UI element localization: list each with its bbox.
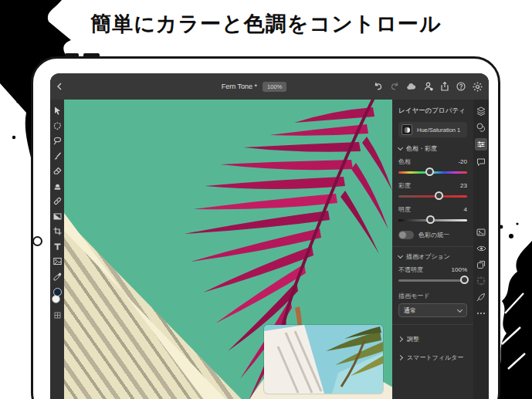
section-label: スマートフィルター [407, 353, 463, 362]
move-tool-icon[interactable] [53, 106, 63, 116]
adjustment-layer-thumbnail [402, 124, 412, 135]
panel-title: レイヤーのプロパティ [398, 107, 467, 116]
opacity-slider-knob[interactable] [460, 276, 469, 284]
clone-stamp-tool-icon[interactable] [53, 181, 63, 191]
blend-mode-label: 描画モード [398, 292, 429, 300]
saturation-slider-knob[interactable] [435, 191, 443, 200]
adjustments-icon[interactable] [476, 122, 486, 132]
settings-gear-icon[interactable] [473, 82, 483, 92]
divider [392, 324, 473, 325]
lightness-value: 4 [464, 206, 467, 213]
colorize-toggle[interactable] [398, 231, 414, 239]
gradient-tool-icon[interactable] [53, 211, 63, 221]
hue-label: 色相 [398, 157, 411, 166]
front-camera [32, 236, 42, 246]
layer-name: Hue/Saturation 1 [417, 127, 460, 134]
layers-icon[interactable] [476, 106, 486, 116]
zoom-level-badge[interactable]: 100% [263, 82, 286, 92]
cloud-sync-icon[interactable] [406, 83, 417, 91]
photoshop-app: Fern Tone * 100% [50, 73, 489, 399]
lightness-label: 明度 [398, 205, 411, 214]
task-strip [473, 100, 489, 399]
app-topbar: Fern Tone * 100% [50, 73, 489, 100]
document-title: Fern Tone * [222, 83, 257, 90]
color-chips [52, 288, 63, 305]
properties-icon[interactable] [475, 138, 487, 150]
toolbar-options-icon[interactable] [53, 310, 63, 320]
canvas[interactable] [64, 100, 392, 399]
reference-photo [264, 325, 383, 394]
section-adjustments[interactable]: 調整 [398, 335, 467, 343]
blend-mode-dropdown[interactable]: 通常 [398, 303, 467, 317]
ipad-device: Fern Tone * 100% [31, 56, 500, 399]
hue-value: -20 [458, 158, 467, 165]
section-smart-filters[interactable]: スマートフィルター [398, 353, 467, 362]
back-chevron-icon[interactable] [56, 83, 63, 90]
layer-properties-panel: レイヤーのプロパティ Hue/Saturation 1 色相・彩度 色相 -20 [392, 100, 473, 399]
eyedropper-tool-icon[interactable] [53, 272, 63, 282]
redo-icon[interactable] [390, 82, 399, 91]
lightness-slider-knob[interactable] [426, 215, 435, 224]
paint-icon[interactable] [476, 292, 486, 302]
place-image-tool-icon[interactable] [53, 256, 63, 266]
hue-slider[interactable] [398, 167, 467, 177]
undo-icon[interactable] [374, 82, 383, 91]
comment-icon[interactable] [476, 157, 486, 167]
chevron-right-icon [398, 355, 403, 360]
section-label: 色相・彩度 [406, 144, 437, 153]
section-label: 描画オプション [406, 252, 450, 261]
tool-sidebar [50, 100, 64, 399]
saturation-value: 23 [460, 182, 467, 189]
more-icon[interactable] [476, 308, 486, 318]
transform-icon[interactable] [476, 276, 486, 286]
colorize-label: 色彩の統一 [418, 231, 449, 239]
section-blend-options[interactable]: 描画オプション [398, 252, 467, 261]
share-icon[interactable] [440, 82, 449, 91]
help-icon[interactable] [456, 82, 466, 91]
brush-tool-icon[interactable] [53, 151, 63, 161]
lightness-slider[interactable] [398, 215, 467, 225]
section-label: 調整 [407, 335, 419, 343]
add-image-icon[interactable] [476, 227, 486, 237]
divider [392, 246, 473, 247]
eraser-tool-icon[interactable] [53, 166, 63, 176]
healing-brush-tool-icon[interactable] [53, 196, 63, 206]
saturation-label: 彩度 [398, 181, 411, 190]
page-title: 簡単にカラーと色調をコントロール [0, 10, 532, 38]
chevron-down-icon [457, 306, 463, 312]
chevron-down-icon [398, 253, 403, 259]
saturation-slider[interactable] [398, 191, 467, 201]
type-tool-icon[interactable] [53, 242, 63, 252]
chevron-right-icon [398, 336, 403, 342]
visibility-icon[interactable] [476, 243, 486, 253]
opacity-slider[interactable] [398, 276, 467, 285]
lasso-tool-icon[interactable] [53, 136, 63, 146]
hue-slider-knob[interactable] [425, 167, 434, 176]
duplicate-icon[interactable] [476, 259, 486, 269]
account-icon[interactable] [424, 82, 433, 91]
crop-tool-icon[interactable] [53, 226, 63, 236]
chevron-down-icon [398, 145, 403, 150]
opacity-value: 100% [452, 266, 467, 273]
opacity-label: 不透明度 [398, 265, 423, 274]
blend-mode-value: 通常 [404, 306, 416, 315]
layer-row[interactable]: Hue/Saturation 1 [398, 122, 467, 137]
foreground-color-chip[interactable] [53, 288, 62, 296]
select-tool-icon[interactable] [53, 121, 63, 131]
section-hue-saturation[interactable]: 色相・彩度 [398, 144, 467, 153]
